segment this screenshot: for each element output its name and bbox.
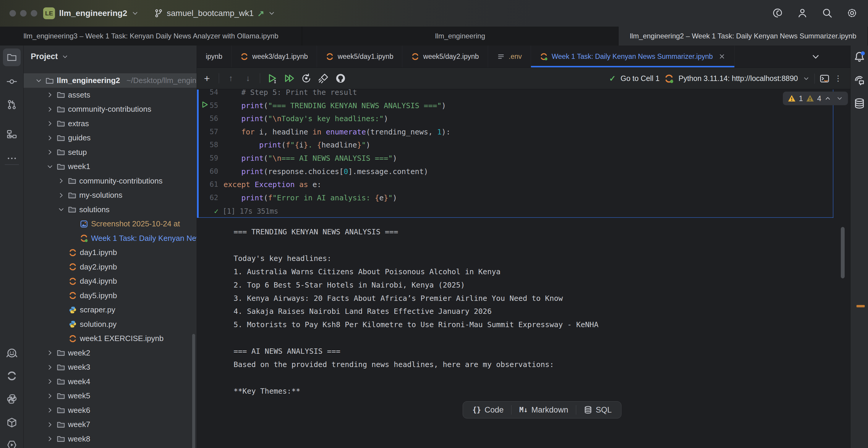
editor-tab[interactable]: Week 1 Task: Daily Kenyan News Summarize… [531,45,735,67]
tree-item[interactable]: assets [24,88,197,102]
next-problem-chevron-icon[interactable] [836,95,843,102]
tree-item[interactable]: solutions [24,202,197,217]
project-folder-icon[interactable] [3,49,21,66]
run-all-cells-button[interactable] [284,73,294,84]
jupyter-icon[interactable] [6,371,17,381]
tree-item[interactable]: Screenshot 2025-10-24 at [24,217,197,231]
line-number[interactable]: 57 [199,125,218,138]
tree-item[interactable]: solution.py [24,317,197,331]
tree-item[interactable]: week6 [24,403,197,418]
chevron-right-icon[interactable] [46,91,54,99]
tree-item[interactable]: week4 [24,375,197,389]
project-tree-scrollbar[interactable] [192,334,195,448]
add-markdown-cell-button[interactable]: M↓ Markdown [512,402,576,418]
editor-tab[interactable]: .env [488,45,531,67]
tree-item[interactable]: week3 [24,360,197,375]
chevron-right-icon[interactable] [46,392,54,400]
code-line-56[interactable]: print("\nToday's key headlines:") [223,112,388,125]
user-icon[interactable] [797,8,808,18]
tree-item[interactable]: llm_engineering2~/Desktop/llm_engineerin… [24,73,197,88]
commit-icon[interactable] [6,76,17,87]
tree-item[interactable]: my-solutions [24,188,197,202]
chevron-right-icon[interactable] [46,349,54,357]
vcs-branch-widget[interactable]: samuel_bootcamp_wk1 ↗ [154,7,276,20]
code-line-55[interactable]: print("=== TRENDING KENYAN NEWS ANALYSIS… [223,99,446,112]
chevron-down-icon[interactable] [57,206,65,213]
inspections-widget[interactable]: 1 4 [783,92,848,105]
move-cell-up-button[interactable]: ↑ [225,73,236,84]
editor-tab[interactable]: week3/day1.ipynb [231,45,317,67]
tree-item[interactable]: extras [24,117,197,131]
executed-line-marker[interactable] [200,100,209,109]
search-icon[interactable] [822,8,833,18]
window-minimize-button[interactable] [20,10,27,17]
clear-outputs-button[interactable] [318,73,329,84]
more-icon[interactable] [6,153,17,164]
chevron-right-icon[interactable] [46,120,54,127]
chevron-right-icon[interactable] [46,105,54,113]
chevron-right-icon[interactable] [46,363,54,371]
chevron-right-icon[interactable] [46,148,54,156]
move-cell-down-button[interactable]: ↓ [243,73,253,84]
window-tab[interactable]: llm_engineering2 – Week 1 Task: Daily Ke… [618,27,868,45]
tree-item[interactable]: week2 [24,346,197,360]
chevron-right-icon[interactable] [46,435,54,443]
window-tab[interactable]: llm_engineering3 – Week 1 Task: Kenyan D… [0,27,302,45]
add-cell-button[interactable]: + [202,73,212,84]
line-number[interactable]: 56 [199,112,218,125]
tree-item[interactable]: .env [24,446,197,448]
structure-icon[interactable] [6,129,17,139]
database-icon[interactable] [854,98,865,109]
chevron-down-icon[interactable] [35,77,42,85]
prev-problem-chevron-icon[interactable] [824,95,831,102]
code-line-61[interactable]: except Exception as e: [223,178,321,191]
output-scrollbar[interactable] [841,227,845,278]
line-number[interactable]: 60 [199,165,218,178]
tree-item[interactable]: week7 [24,417,197,432]
editor-tab[interactable]: ipynb [197,45,231,67]
chevron-right-icon[interactable] [46,378,54,385]
tree-item[interactable]: day1.ipynb [24,245,197,260]
notifications-bell-icon[interactable] [854,51,865,63]
tree-item[interactable]: guides [24,131,197,145]
add-sql-cell-button[interactable]: SQL [576,402,619,418]
chevron-down-icon[interactable] [803,75,810,82]
ai-chat-icon[interactable] [854,74,865,86]
code-line-57[interactable]: for i, headline in enumerate(trending_ne… [223,125,451,138]
kernel-selector[interactable]: Python 3.11.14: http://localhost:8890 [679,74,798,83]
editor-tab[interactable]: week5/day2.ipynb [402,45,488,67]
go-to-cell-button[interactable]: Go to Cell 1 [621,74,659,83]
chevron-down-icon[interactable] [46,163,54,170]
code-line-54[interactable]: # Step 5: Print the result [223,86,357,99]
ai-assistant-icon[interactable] [772,8,783,18]
tree-item[interactable]: day5.ipynb [24,288,197,303]
python-icon[interactable] [6,394,17,404]
chevron-right-icon[interactable] [57,177,65,185]
window-tab[interactable]: llm_engineering [302,27,618,45]
tree-item[interactable]: day2.ipynb [24,260,197,274]
project-panel-header[interactable]: Project [31,52,69,61]
window-close-button[interactable] [9,10,16,17]
tree-item[interactable]: community-contributions [24,174,197,188]
close-tab-icon[interactable] [718,53,725,60]
console-icon[interactable] [819,73,830,84]
line-number[interactable]: 62 [199,191,218,204]
line-number[interactable]: 54 [199,86,218,99]
chevron-right-icon[interactable] [57,191,65,199]
python-packages-icon[interactable] [6,417,17,428]
window-zoom-button[interactable] [31,10,37,17]
code-line-58[interactable]: print(f"{i}. {headline}") [223,138,370,152]
line-number[interactable]: 61 [199,178,218,191]
run-cell-button[interactable] [267,73,277,84]
tree-item[interactable]: week8 [24,432,197,446]
project-widget[interactable]: LE llm_engineering2 [43,7,139,20]
pull-requests-icon[interactable] [6,99,17,110]
chevron-right-icon[interactable] [46,134,54,142]
more-kebab-icon[interactable]: ⋮ [834,74,842,83]
code-line-62[interactable]: print(f"Error in AI analysis: {e}") [223,191,397,204]
chevron-right-icon[interactable] [46,421,54,428]
settings-gear-icon[interactable] [847,8,857,18]
tree-item[interactable]: week1 EXERCISE.ipynb [24,331,197,346]
code-line-59[interactable]: print("\n=== AI NEWS ANALYSIS ===") [223,152,397,165]
line-number[interactable]: 59 [199,152,218,165]
